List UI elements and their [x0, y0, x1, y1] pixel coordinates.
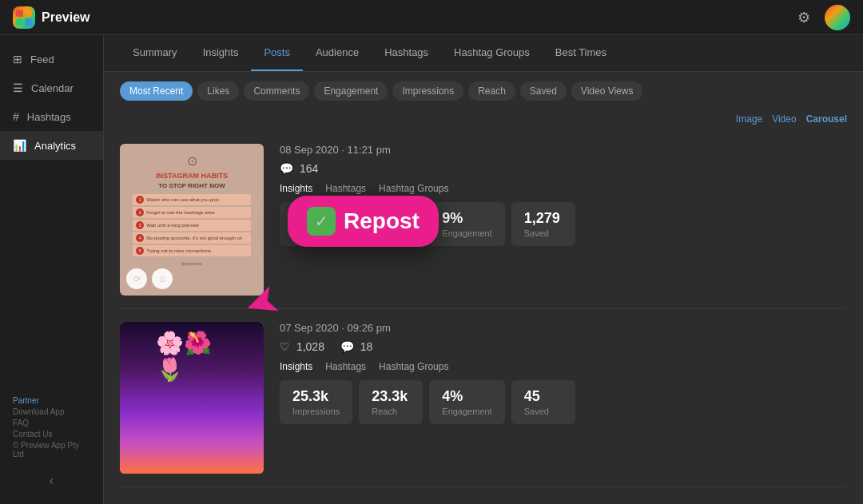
post-tab-hashtags-2[interactable]: Hashtags [325, 361, 366, 372]
sidebar-label-hashtags: Hashtags [27, 111, 71, 123]
tab-posts[interactable]: Posts [251, 35, 303, 71]
sidebar-partner-link[interactable]: Partner [13, 396, 90, 405]
heart-icon: ♡ [280, 340, 290, 353]
sidebar-collapse-button[interactable]: ‹ [0, 467, 103, 494]
post-tab-hashtag-groups-1[interactable]: Hashtag Groups [379, 183, 448, 194]
type-video[interactable]: Video [772, 113, 796, 125]
metric-value: 45 [524, 388, 563, 405]
post-stats-row-2: ♡ 1,028 💬 18 [280, 340, 847, 353]
sidebar-download-link[interactable]: Download App [13, 407, 90, 416]
metric-impressions-2: 25.3k Impressions [280, 380, 352, 424]
post-tab-insights-2[interactable]: Insights [280, 361, 312, 372]
metric-saved-1: 1,279 Saved [511, 202, 575, 246]
header-icons: ⚙ [793, 5, 850, 30]
top-navigation: Summary Insights Posts Audience Hashtags… [104, 35, 863, 72]
post-tab-hashtag-groups-2[interactable]: Hashtag Groups [379, 361, 448, 372]
main-content: Summary Insights Posts Audience Hashtags… [104, 35, 863, 504]
post-thumbnail-1[interactable]: ⊙ INSTAGRAM HABITS TO STOP RIGHT NOW 1Wa… [120, 144, 264, 296]
sidebar-spacer [0, 160, 103, 390]
tab-summary[interactable]: Summary [120, 35, 190, 71]
comment-icon: 💬 [280, 162, 293, 175]
metric-label: Engagement [442, 407, 491, 416]
type-image[interactable]: Image [736, 113, 762, 125]
filter-reach[interactable]: Reach [468, 81, 515, 101]
ig-habit-4: 4No posting accounts, it's not good enou… [133, 232, 251, 244]
like-count-2: ♡ 1,028 [280, 340, 324, 353]
sidebar-footer: Partner Download App FAQ Contact Us © Pr… [0, 390, 103, 467]
metric-value: 25.3k [292, 388, 340, 405]
metric-label: Saved [524, 228, 563, 238]
instagram-link-icon[interactable]: ⊙ [152, 268, 173, 289]
logo: Preview [13, 6, 89, 29]
settings-icon[interactable]: ⚙ [793, 6, 815, 29]
person-photo: 🌸🌺🌷 [120, 322, 264, 474]
sidebar-item-analytics[interactable]: 📊 Analytics [0, 131, 103, 160]
metric-value: 9% [442, 210, 491, 227]
metric-label: Engagement [442, 228, 491, 238]
post-info-2: 07 Sep 2020 · 09:26 pm ♡ 1,028 💬 18 Insi… [280, 322, 847, 424]
tab-best-times[interactable]: Best Times [543, 35, 619, 71]
sidebar-faq-link[interactable]: FAQ [13, 419, 90, 427]
sidebar: ⊞ Feed ☰ Calendar # Hashtags 📊 Analytics… [0, 35, 104, 504]
post-item: ⊙ INSTAGRAM HABITS TO STOP RIGHT NOW 1Wa… [120, 131, 847, 309]
post-stats-row-1: 💬 164 [280, 162, 847, 175]
repost-popup[interactable]: ✓ Repost [288, 196, 439, 247]
post-tab-hashtags-1[interactable]: Hashtags [325, 183, 366, 194]
main-layout: ⊞ Feed ☰ Calendar # Hashtags 📊 Analytics… [0, 35, 863, 504]
sidebar-item-hashtags[interactable]: # Hashtags [0, 102, 103, 131]
metric-value: 23.3k [372, 388, 410, 405]
filter-comments[interactable]: Comments [244, 81, 309, 101]
tab-audience[interactable]: Audience [303, 35, 372, 71]
analytics-icon: 📊 [13, 139, 26, 152]
ig-habit-2: 2Forget to use the hashtags area [133, 207, 251, 218]
sidebar-item-calendar[interactable]: ☰ Calendar [0, 73, 103, 102]
repost-icon-button[interactable]: ⟳ [126, 268, 147, 289]
sidebar-copyright: © Preview App Pty Ltd [13, 441, 90, 458]
ig-author: @preview [181, 261, 203, 266]
tab-hashtag-groups[interactable]: Hashtag Groups [441, 35, 543, 71]
logo-dot-red [16, 10, 23, 17]
filter-impressions[interactable]: Impressions [392, 81, 463, 101]
metric-label: Reach [372, 407, 410, 416]
metric-reach-2: 23.3k Reach [359, 380, 423, 424]
comment-count-1: 💬 164 [280, 162, 318, 175]
filter-most-recent[interactable]: Most Recent [120, 81, 193, 101]
post-thumbnail-2[interactable]: 🌸🌺🌷 [120, 322, 264, 474]
calendar-icon: ☰ [13, 81, 23, 94]
metric-engagement-1: 9% Engagement [429, 202, 504, 246]
filter-video-views[interactable]: Video Views [571, 81, 643, 101]
metric-label: Impressions [292, 407, 340, 416]
tab-insights[interactable]: Insights [190, 35, 252, 71]
tab-hashtags[interactable]: Hashtags [372, 35, 441, 71]
filter-engagement[interactable]: Engagement [314, 81, 388, 101]
post-item-2: 🌸🌺🌷 07 Sep 2020 · 09:26 pm ♡ 1,028 💬 18 [120, 309, 847, 487]
header: Preview ⚙ [0, 0, 863, 35]
logo-icon [13, 6, 35, 29]
type-filter: Image Video Carousel [104, 110, 863, 131]
ig-post-subtitle: TO STOP RIGHT NOW [158, 182, 225, 189]
flowers-decoration: 🌸🌺🌷 [156, 330, 228, 383]
post-tab-insights-1[interactable]: Insights [280, 183, 312, 194]
filter-likes[interactable]: Likes [197, 81, 239, 101]
ig-habit-1: 1Watch who can see what you post [133, 194, 251, 205]
logo-dot-green [16, 18, 23, 26]
post-sub-tabs-2: Insights Hashtags Hashtag Groups [280, 361, 847, 372]
filter-saved[interactable]: Saved [520, 81, 567, 101]
avatar[interactable] [825, 5, 850, 30]
sidebar-label-analytics: Analytics [34, 140, 76, 152]
ig-habit-3: 3Wait until a long planned [133, 220, 251, 231]
comment-count-2: 💬 18 [340, 340, 372, 353]
metric-saved-2: 45 Saved [511, 380, 575, 424]
repost-check-icon: ✓ [307, 207, 336, 236]
sidebar-label-feed: Feed [30, 54, 54, 65]
feed-icon: ⊞ [13, 53, 22, 65]
sidebar-item-feed[interactable]: ⊞ Feed [0, 45, 103, 73]
sidebar-contact-link[interactable]: Contact Us [13, 430, 90, 439]
post-date-1: 08 Sep 2020 · 11:21 pm [280, 144, 847, 156]
ig-post-title: INSTAGRAM HABITS [156, 172, 228, 181]
metric-value: 4% [442, 388, 491, 405]
ig-habit-5: 5Trying not to miss connections [133, 245, 251, 256]
post-sub-tabs-1: Insights Hashtags Hashtag Groups [280, 183, 847, 194]
type-carousel[interactable]: Carousel [806, 113, 847, 125]
logo-dot-blue [25, 18, 32, 26]
